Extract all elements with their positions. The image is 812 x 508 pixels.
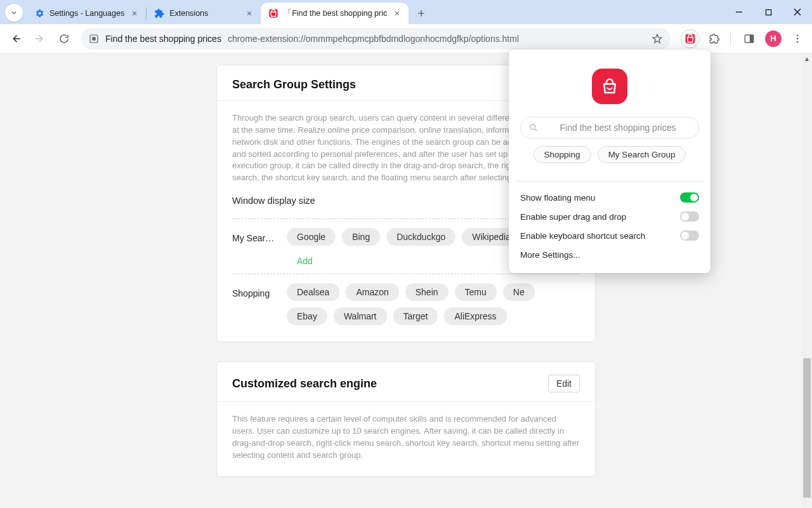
chevron-down-icon (10, 9, 18, 17)
shopping-bag-icon (268, 8, 278, 18)
popup-chip-shopping[interactable]: Shopping (534, 146, 591, 163)
popup-search-box[interactable] (520, 117, 699, 138)
popup-chip-my-search-group[interactable]: My Search Group (598, 146, 686, 163)
engine-chip[interactable]: Target (393, 307, 438, 325)
extension-chip-icon (89, 34, 99, 44)
more-settings-link[interactable]: More Settings... (520, 245, 699, 264)
tab-shopping-prices[interactable]: 「Find the best shopping pric (261, 3, 409, 24)
back-button[interactable] (5, 28, 27, 50)
omnibox-url: chrome-extension://ommmpehcpmcpbfbdmdlog… (228, 34, 519, 44)
engine-chip[interactable]: AliExpress (444, 307, 506, 325)
close-icon[interactable] (129, 8, 140, 18)
svg-point-7 (797, 34, 799, 36)
scrollbar-thumb[interactable] (803, 358, 811, 498)
engine-chip[interactable]: Walmart (334, 307, 387, 325)
tab-title: Extensions (169, 9, 239, 18)
tab-title: 「Find the best shopping pric (284, 8, 387, 19)
svg-rect-3 (92, 37, 95, 40)
engine-chip[interactable]: Bing (342, 228, 380, 246)
extension-popup: Shopping My Search Group Show floating m… (509, 50, 710, 273)
tab-strip: Settings - Languages Extensions 「Find th… (0, 0, 812, 24)
dotted-separator (232, 274, 580, 274)
omnibox[interactable]: Find the best shopping prices chrome-ext… (81, 28, 671, 50)
maximize-button[interactable] (754, 0, 783, 24)
toggle-keyboard-shortcut[interactable] (680, 231, 699, 241)
popup-setting-row: Show floating menu (520, 188, 699, 207)
toggle-super-drag-drop[interactable] (680, 211, 699, 222)
window-close-button[interactable] (783, 0, 812, 24)
dots-vertical-icon (792, 33, 803, 44)
reload-icon (58, 33, 70, 44)
svg-point-10 (530, 124, 535, 130)
bookmark-star-icon[interactable] (652, 33, 663, 44)
panel-title: Customized search engine (232, 377, 377, 391)
engine-chip[interactable]: Ebay (287, 307, 327, 325)
close-icon[interactable] (392, 8, 402, 18)
setting-label: Enable keyboard shortcut search (520, 231, 645, 241)
tab-extensions[interactable]: Extensions (147, 3, 261, 24)
tab-settings-languages[interactable]: Settings - Languages (27, 3, 146, 24)
window-controls (724, 0, 812, 24)
pinned-extension-button[interactable] (681, 29, 700, 48)
svg-rect-1 (766, 10, 771, 15)
popup-setting-row: Enable keyboard shortcut search (520, 226, 699, 245)
panel-title: Search Group Settings (232, 78, 356, 91)
side-panel-icon (743, 33, 755, 44)
reload-button[interactable] (53, 28, 75, 50)
scroll-up-icon[interactable]: ▲ (802, 53, 812, 64)
toggle-show-floating-menu[interactable] (680, 192, 699, 203)
engine-chip[interactable]: Duckduckgo (386, 228, 455, 246)
engine-chip[interactable]: Dealsea (287, 283, 339, 301)
scrollbar[interactable]: ▲ (802, 53, 812, 508)
close-icon[interactable] (244, 8, 254, 18)
plus-icon (417, 9, 426, 18)
svg-point-8 (797, 37, 799, 39)
engine-chip[interactable]: Ne (503, 283, 535, 301)
kebab-menu-button[interactable] (788, 29, 807, 48)
add-engine-button[interactable]: Add (287, 252, 323, 270)
tab-title: Settings - Languages (49, 9, 124, 18)
engine-chip[interactable]: Amazon (346, 283, 398, 301)
group-label: Shopping (232, 283, 278, 298)
search-icon (528, 123, 539, 133)
shopping-bag-icon (684, 33, 696, 44)
group-label: My Searc… (232, 228, 278, 243)
forward-button[interactable] (29, 28, 51, 50)
engine-chip[interactable]: Shein (405, 283, 449, 301)
profile-avatar[interactable]: H (764, 29, 783, 48)
extension-logo (592, 69, 627, 104)
group-row-shopping: Shopping Dealsea Amazon Shein Temu Ne Eb… (232, 283, 580, 325)
extensions-button[interactable] (705, 29, 724, 48)
arrow-left-icon (10, 33, 22, 44)
puzzle-icon (709, 33, 720, 44)
more-settings-label: More Settings... (520, 250, 580, 260)
engine-chip[interactable]: Temu (455, 283, 497, 301)
setting-label: Show floating menu (520, 193, 596, 203)
svg-point-9 (797, 41, 799, 43)
toolbar-divider (730, 32, 731, 45)
settings-gear-icon (34, 8, 44, 18)
panel-description: This feature requires a certain level of… (232, 413, 580, 461)
new-tab-button[interactable] (412, 4, 430, 22)
svg-rect-6 (750, 35, 754, 43)
shopping-bag-icon (600, 77, 619, 96)
popup-search-input[interactable] (545, 123, 691, 133)
edit-button[interactable]: Edit (548, 375, 580, 392)
side-panel-button[interactable] (740, 29, 759, 48)
tab-search-button[interactable] (5, 4, 23, 22)
popup-setting-row: Enable super drag and drop (520, 207, 699, 226)
engine-chip[interactable]: Google (287, 228, 336, 246)
customized-search-engine-panel: Customized search engine Edit This featu… (216, 361, 596, 477)
minimize-button[interactable] (724, 0, 754, 24)
avatar-initial: H (765, 30, 782, 47)
setting-label: Enable super drag and drop (520, 212, 626, 222)
puzzle-icon (154, 8, 164, 18)
omnibox-title-chip: Find the best shopping prices (105, 34, 221, 44)
arrow-right-icon (34, 33, 46, 44)
